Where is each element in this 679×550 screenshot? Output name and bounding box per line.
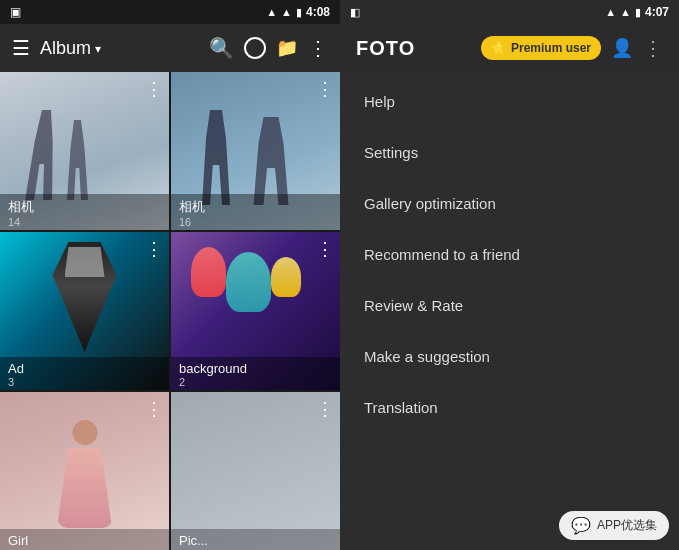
- watermark: 💬 APP优选集: [559, 511, 669, 540]
- cell-bg-count: 2: [179, 376, 332, 388]
- right-status-bar: ◧ ▲ ▲ ▮ 4:07: [340, 0, 679, 24]
- signal-icon-right: ▲: [620, 6, 631, 18]
- cell-girl1-more[interactable]: ⋮: [145, 398, 163, 420]
- cell-camera2-label: 相机: [179, 198, 332, 216]
- album-cell-camera1[interactable]: 相机 14 ⋮: [0, 72, 169, 230]
- menu-item-help[interactable]: Help: [340, 76, 679, 127]
- profile-icon[interactable]: 👤: [611, 37, 633, 59]
- cell-camera1-label: 相机: [8, 198, 161, 216]
- album-cell-ad[interactable]: Ad 3 ⋮: [0, 232, 169, 390]
- menu-panel: Help Settings Gallery optimization Recom…: [340, 72, 679, 550]
- cell-ad-more[interactable]: ⋮: [145, 238, 163, 260]
- cell-bg-label: background: [179, 361, 332, 376]
- menu-item-settings[interactable]: Settings: [340, 127, 679, 178]
- menu-item-review-rate[interactable]: Review & Rate: [340, 280, 679, 331]
- menu-item-recommend[interactable]: Recommend to a friend: [340, 229, 679, 280]
- menu-toolbar: FOTO ⭐ Premium user 👤 ⋮: [340, 24, 679, 72]
- circle-icon[interactable]: [244, 37, 266, 59]
- cell-camera2-count: 16: [179, 216, 332, 228]
- cell-girl1-label: Girl: [8, 533, 161, 548]
- watermark-icon: 💬: [571, 516, 591, 535]
- search-icon[interactable]: 🔍: [209, 36, 234, 60]
- album-grid: 相机 14 ⋮ 相机 16 ⋮: [0, 72, 340, 550]
- battery-right-icon: ▮: [635, 6, 641, 19]
- album-title: Album: [40, 38, 91, 59]
- premium-star-icon: ⭐: [491, 41, 506, 55]
- cell-pic-more[interactable]: ⋮: [316, 398, 334, 420]
- signal-icon: ▲: [281, 6, 292, 18]
- wifi-icon: ▲: [266, 6, 277, 18]
- menu-item-gallery-optimization[interactable]: Gallery optimization: [340, 178, 679, 229]
- left-status-bar: ▣ ▲ ▲ ▮ 4:08: [0, 0, 340, 24]
- album-toolbar: ☰ Album ▾ 🔍 📁 ⋮: [0, 24, 340, 72]
- foto-status-icon: ◧: [350, 6, 360, 19]
- menu-items-list: Help Settings Gallery optimization Recom…: [340, 72, 679, 550]
- cell-ad-count: 3: [8, 376, 161, 388]
- menu-item-translation[interactable]: Translation: [340, 382, 679, 433]
- menu-more-icon[interactable]: ⋮: [643, 36, 663, 60]
- right-time: 4:07: [645, 5, 669, 19]
- wifi-icon-right: ▲: [605, 6, 616, 18]
- folder-icon[interactable]: 📁: [276, 37, 298, 59]
- album-cell-girl1[interactable]: Girl ⋮: [0, 392, 169, 550]
- album-cell-background[interactable]: background 2 ⋮: [171, 232, 340, 390]
- notification-icon: ▣: [10, 5, 21, 19]
- album-title-section[interactable]: Album ▾: [40, 38, 199, 59]
- cell-camera2-more[interactable]: ⋮: [316, 78, 334, 100]
- hamburger-icon[interactable]: ☰: [12, 36, 30, 60]
- premium-badge[interactable]: ⭐ Premium user: [481, 36, 601, 60]
- premium-label: Premium user: [511, 41, 591, 55]
- watermark-text: APP优选集: [597, 517, 657, 534]
- album-cell-pic[interactable]: Pic... ⋮: [171, 392, 340, 550]
- cell-camera1-more[interactable]: ⋮: [145, 78, 163, 100]
- cell-pic-label: Pic...: [179, 533, 332, 548]
- album-more-icon[interactable]: ⋮: [308, 36, 328, 60]
- menu-app-title: FOTO: [356, 37, 471, 60]
- cell-camera1-count: 14: [8, 216, 161, 228]
- battery-left-icon: ▮: [296, 6, 302, 19]
- dropdown-icon: ▾: [95, 42, 101, 56]
- cell-bg-more[interactable]: ⋮: [316, 238, 334, 260]
- left-time: 4:08: [306, 5, 330, 19]
- cell-ad-label: Ad: [8, 361, 161, 376]
- menu-item-suggestion[interactable]: Make a suggestion: [340, 331, 679, 382]
- album-cell-camera2[interactable]: 相机 16 ⋮: [171, 72, 340, 230]
